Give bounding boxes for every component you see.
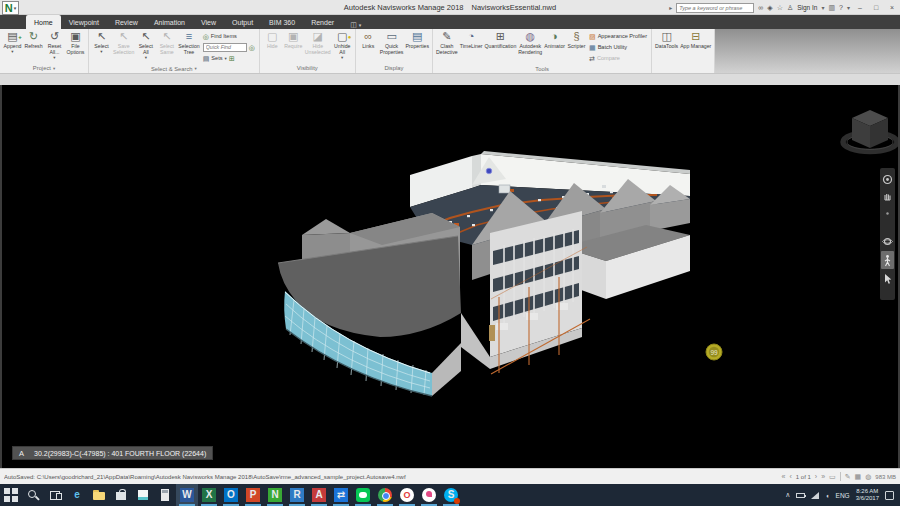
action-center-icon[interactable] <box>885 491 894 500</box>
file-options-button[interactable]: ▣ File Options ▾ <box>65 30 86 55</box>
select-same-button[interactable]: ↖ Select Same ▾ <box>156 30 177 55</box>
hide-button[interactable]: ▢ Hide ▾ <box>262 30 283 49</box>
view-cube[interactable] <box>843 110 897 152</box>
append-button[interactable]: ▤+ Append ▾ <box>2 30 23 54</box>
help-icon[interactable]: ? <box>839 4 843 11</box>
tab-output[interactable]: Output <box>224 15 261 29</box>
exchange-apps-icon[interactable]: ◈ <box>767 4 772 12</box>
properties-button[interactable]: ▤ Properties ▾ <box>404 30 430 49</box>
timeliner-button[interactable]: ◔ TimeLiner ▾ <box>459 30 484 49</box>
tray-expand-icon[interactable]: ∧ <box>785 491 790 499</box>
last-sheet-button[interactable]: » <box>821 473 825 480</box>
group-label-select-search[interactable]: Select & Search▾ <box>91 64 257 73</box>
calculator-icon[interactable] <box>154 484 176 506</box>
refresh-button[interactable]: ↻ Refresh ▾ <box>23 30 44 49</box>
datatools-button[interactable]: ◫ DataTools ▾ <box>654 30 679 49</box>
pan-hand-button[interactable] <box>881 189 894 203</box>
excel-icon[interactable]: X <box>198 484 220 506</box>
sign-in-arrow-icon[interactable]: ▾ <box>821 4 824 11</box>
app-manager-button[interactable]: ⊟ App Manager ▾ <box>679 30 712 49</box>
steering-wheel-button[interactable] <box>881 172 894 186</box>
quick-properties-button[interactable]: ▭ Quick Properties ▾ <box>379 30 405 55</box>
animator-button[interactable]: ◑ Animator ▾ <box>543 30 566 49</box>
links-button[interactable]: ∞ Links ▾ <box>358 30 379 49</box>
manage-sets-icon[interactable]: ⊞ <box>229 54 235 63</box>
unhide-all-button[interactable]: ▢● Unhide All ▾ <box>332 30 353 60</box>
first-sheet-button[interactable]: « <box>782 473 786 480</box>
taskbar-search-button[interactable] <box>22 484 44 506</box>
app-store-cart-icon[interactable]: ▥ <box>828 4 835 12</box>
minimize-button[interactable]: – <box>854 4 866 11</box>
appearance-profiler-button[interactable]: ▨ Appearance Profiler <box>589 31 647 41</box>
sign-in-button[interactable]: Sign In <box>797 4 817 11</box>
user-icon[interactable]: ♙ <box>787 4 793 12</box>
tab-animation[interactable]: Animation <box>146 15 193 29</box>
pink-app-icon[interactable] <box>418 484 440 506</box>
select-all-button[interactable]: ↖ Select All ▾ <box>135 30 156 60</box>
sets-dropdown[interactable]: ▤ Sets ▾ ⊞ <box>203 53 255 63</box>
help-search-input[interactable] <box>676 3 754 13</box>
scripter-button[interactable]: § Scripter ▾ <box>566 30 587 49</box>
ribbon-display-toggle[interactable]: ◫ ▾ <box>350 21 361 29</box>
autodesk-rendering-button[interactable]: ◍ Autodesk Rendering ▾ <box>517 30 543 55</box>
skype-icon[interactable]: S <box>440 484 462 506</box>
network-icon[interactable] <box>811 492 819 499</box>
outlook-icon[interactable]: O <box>220 484 242 506</box>
quantification-button[interactable]: ⊞ Quantification ▾ <box>484 30 518 49</box>
word-icon[interactable]: W <box>176 484 198 506</box>
select-cursor-button[interactable] <box>881 272 894 286</box>
autocad-icon[interactable]: A <box>308 484 330 506</box>
reset-all-button[interactable]: ↺ Reset All... ▾ <box>44 30 65 60</box>
clash-detective-button[interactable]: ✎ Clash Detective ▾ <box>435 30 459 55</box>
find-items-button[interactable]: ◎ Find Items <box>203 31 255 41</box>
navisworks-icon[interactable]: N <box>264 484 286 506</box>
help-arrow-icon[interactable]: ▾ <box>847 4 850 11</box>
battery-icon[interactable] <box>796 493 805 498</box>
next-sheet-button[interactable]: › <box>815 473 817 480</box>
teamviewer-icon[interactable]: ⇄ <box>330 484 352 506</box>
infocenter-collapse-icon[interactable]: ▸ <box>669 4 672 11</box>
require-button[interactable]: ▣ Require ▾ <box>283 30 304 49</box>
quick-find-icon[interactable]: ◎ <box>249 43 255 52</box>
opera-icon[interactable]: O <box>396 484 418 506</box>
app-menu-button[interactable]: N ▾ <box>2 1 19 15</box>
3d-viewport[interactable]: 99 A 30.2(29983)-C(-47985) : 401 FOURTH … <box>0 85 900 468</box>
save-selection-button[interactable]: ↖ Save Selection ▾ <box>112 30 135 55</box>
clock[interactable]: 8:26 AM 3/6/2017 <box>856 488 879 502</box>
sheet-browser-icon[interactable]: ▭ <box>829 473 836 481</box>
review-tag-marker[interactable]: 99 <box>706 344 722 360</box>
3d-model-building[interactable]: 99 <box>2 85 898 468</box>
tab-view[interactable]: View <box>193 15 224 29</box>
navbar-options-dot-icon[interactable] <box>881 206 894 220</box>
chrome-icon[interactable] <box>374 484 396 506</box>
compare-button[interactable]: ⇄ Compare <box>589 53 647 63</box>
batch-utility-button[interactable]: ▦ Batch Utility <box>589 42 647 52</box>
line-icon[interactable] <box>352 484 374 506</box>
previous-sheet-button[interactable]: ‹ <box>789 473 791 480</box>
tab-bim360[interactable]: BIM 360 <box>261 15 303 29</box>
search-icon[interactable]: ∞ <box>758 4 763 11</box>
powerpoint-icon[interactable]: P <box>242 484 264 506</box>
tab-review[interactable]: Review <box>107 15 146 29</box>
maximize-button[interactable]: □ <box>870 4 882 11</box>
edge-icon[interactable]: e <box>66 484 88 506</box>
select-button[interactable]: ↖ Select ▾ <box>91 30 112 54</box>
tab-home[interactable]: Home <box>26 15 61 29</box>
notes-icon[interactable] <box>132 484 154 506</box>
selection-tree-button[interactable]: ≡ Selection Tree ▾ <box>177 30 200 55</box>
task-view-button[interactable] <box>44 484 66 506</box>
tab-render[interactable]: Render <box>303 15 342 29</box>
start-button[interactable] <box>0 484 22 506</box>
group-label-project[interactable]: Project▾ <box>2 63 86 73</box>
store-icon[interactable] <box>110 484 132 506</box>
orbit-button[interactable] <box>881 234 894 248</box>
close-button[interactable]: × <box>886 4 898 11</box>
quick-find-input[interactable] <box>203 43 247 52</box>
revit-icon[interactable]: R <box>286 484 308 506</box>
favorites-star-icon[interactable]: ☆ <box>777 4 783 12</box>
hide-unselected-button[interactable]: ◪ Hide Unselected ▾ <box>304 30 332 55</box>
volume-icon[interactable]: ◖ <box>825 492 829 499</box>
tab-viewpoint[interactable]: Viewpoint <box>61 15 107 29</box>
language-indicator[interactable]: ENG <box>836 492 850 499</box>
walk-button[interactable] <box>881 251 894 269</box>
